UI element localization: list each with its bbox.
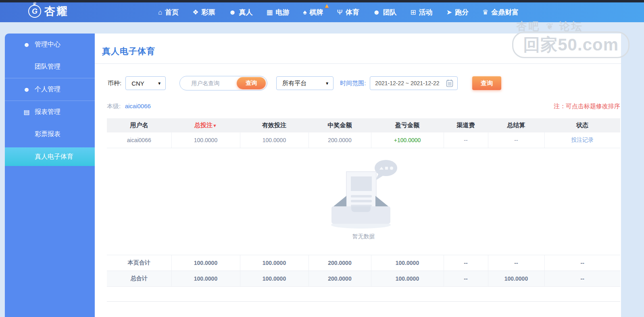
col-header-username[interactable]: 用户名 bbox=[107, 118, 171, 132]
username-search-pill: 查询 bbox=[179, 76, 267, 90]
grand-total-value: 100.0000 bbox=[240, 271, 308, 286]
sort-note: 注：可点击标题修改排序 bbox=[554, 103, 620, 110]
ornament-icon: ❦ bbox=[546, 21, 554, 32]
sidebar-item-management-center[interactable]: ☻ 管理中心 bbox=[5, 34, 95, 56]
sidebar-item-lottery-report[interactable]: 彩票报表 bbox=[5, 123, 95, 145]
col-header-profit[interactable]: 盈亏金额 bbox=[371, 118, 444, 132]
cell-channel-fee: -- bbox=[444, 132, 488, 148]
col-header-channel-fee[interactable]: 渠道费 bbox=[444, 118, 488, 132]
logo-letter: G bbox=[32, 7, 38, 16]
date-range-input[interactable] bbox=[375, 80, 446, 86]
logo[interactable]: ♛ G 杏耀 bbox=[28, 4, 69, 19]
nav-label: 团队 bbox=[383, 8, 397, 17]
level-label: 本级: bbox=[107, 103, 121, 109]
filter-bar: 币种: CNY ▼ 查询 所有平台 ▼ 时间范围: 查询 bbox=[108, 76, 621, 90]
cell-status: 投注记录 bbox=[544, 132, 620, 148]
nav-label: 首页 bbox=[165, 8, 179, 17]
person-icon: ☻ bbox=[229, 8, 236, 17]
col-header-win-amount[interactable]: 中奖金额 bbox=[308, 118, 371, 132]
empty-state-cell: 暂无数据 bbox=[107, 148, 620, 255]
page-total-value: 100.0000 bbox=[371, 255, 444, 271]
page-total-value: 200.0000 bbox=[308, 255, 371, 271]
col-header-label: 总投注 bbox=[194, 122, 213, 128]
team-icon: ☻ bbox=[373, 8, 380, 17]
logo-badge-icon: ♛ G bbox=[28, 5, 41, 18]
col-header-status[interactable]: 状态 bbox=[544, 118, 620, 132]
col-header-valid-bet[interactable]: 有效投注 bbox=[240, 118, 308, 132]
page-title: 真人电子体育 bbox=[102, 46, 621, 57]
team-icon: ☻ bbox=[23, 41, 31, 48]
nav-item-activity[interactable]: ⊞ 活动 bbox=[411, 8, 433, 17]
title-divider bbox=[95, 63, 621, 64]
sidebar-item-live-esports-active[interactable]: 真人电子体育 bbox=[5, 147, 95, 166]
gift-icon: ⊞ bbox=[411, 8, 416, 17]
cards-icon: ♠ bbox=[303, 8, 306, 17]
search-button[interactable]: 查询 bbox=[472, 76, 501, 90]
sidebar-item-label: 报表管理 bbox=[35, 108, 60, 116]
page-total-value: 100.0000 bbox=[171, 255, 240, 271]
cell-profit: +100.0000 bbox=[371, 132, 444, 148]
trophy-icon: Ψ bbox=[337, 8, 343, 17]
username-search-input[interactable] bbox=[180, 80, 237, 86]
nav-item-paofen[interactable]: ➤ 跑分 bbox=[446, 8, 469, 17]
sidebar-item-label: 真人电子体育 bbox=[35, 153, 73, 161]
nav-item-sports[interactable]: Ψ 体育 bbox=[337, 8, 359, 17]
crown-icon: ♛ bbox=[32, 2, 36, 6]
nav-label: 彩票 bbox=[202, 8, 215, 17]
report-table: 用户名 总投注▼ 有效投注 中奖金额 盈亏金额 渠道费 总结算 状态 aicai… bbox=[107, 118, 620, 287]
sidebar-item-personal-management[interactable]: ☻ 个人管理 bbox=[5, 78, 95, 101]
nav-label: 棋牌 bbox=[310, 8, 323, 17]
user-icon: ☻ bbox=[23, 86, 31, 93]
grand-total-value: -- bbox=[544, 271, 620, 286]
cell-win-amount: 200.0000 bbox=[308, 132, 371, 148]
content-panel: 真人电子体育 币种: CNY ▼ 查询 所有平台 ▼ 时间范围: bbox=[95, 34, 621, 317]
nav-item-cards[interactable]: ♠ 棋牌 ▲ bbox=[303, 8, 323, 17]
table-header-row: 用户名 总投注▼ 有效投注 中奖金额 盈亏金额 渠道费 总结算 状态 bbox=[107, 118, 620, 132]
grand-total-value: 100.0000 bbox=[371, 271, 444, 286]
grand-total-value: -- bbox=[444, 271, 488, 286]
bet-record-link[interactable]: 投注记录 bbox=[571, 136, 594, 143]
ticket-icon: ❖ bbox=[192, 8, 198, 17]
col-header-total-bet-sorted[interactable]: 总投注▼ bbox=[171, 118, 240, 132]
nav-item-jinding-wealth[interactable]: ♛ 金鼎财富 bbox=[482, 8, 519, 17]
sidebar-item-report-management[interactable]: ▤ 报表管理 bbox=[5, 101, 95, 123]
platform-select[interactable]: 所有平台 ▼ bbox=[276, 76, 333, 90]
currency-label: 币种: bbox=[108, 80, 121, 87]
grand-total-label: 总合计 bbox=[107, 271, 171, 286]
grand-total-value: 200.0000 bbox=[308, 271, 371, 286]
report-icon: ▤ bbox=[23, 108, 31, 116]
current-level: 本级: aicai0066 bbox=[107, 103, 151, 110]
chevron-down-icon: ▼ bbox=[325, 81, 329, 86]
sidebar: ☻ 管理中心 团队管理 ☻ 个人管理 ▤ 报表管理 彩票报表 真人电子体育 bbox=[5, 34, 95, 317]
sidebar-item-team-management[interactable]: 团队管理 bbox=[5, 56, 95, 78]
currency-select[interactable]: CNY ▼ bbox=[125, 76, 166, 90]
table-row: aicai0066 100.0000 100.0000 200.0000 +10… bbox=[107, 132, 620, 148]
slot-machine-icon: ▦ bbox=[266, 8, 273, 17]
sidebar-item-label: 个人管理 bbox=[35, 85, 60, 94]
nav-label: 金鼎财富 bbox=[491, 8, 519, 17]
chevron-down-icon: ▼ bbox=[157, 81, 161, 86]
grand-total-value: 100.0000 bbox=[488, 271, 544, 286]
nav-item-live[interactable]: ☻ 真人 bbox=[229, 8, 253, 17]
grand-total-row: 总合计 100.0000 100.0000 200.0000 100.0000 … bbox=[107, 271, 620, 286]
top-navigation: ♛ G 杏耀 ⌂ 首页 ❖ 彩票 ☻ 真人 ▦ 电游 ♠ 棋牌 ▲ Ψ 体育 bbox=[0, 2, 644, 22]
empty-state-row: 暂无数据 bbox=[107, 148, 620, 255]
cell-username: aicai0066 bbox=[107, 132, 171, 148]
col-header-settlement[interactable]: 总结算 bbox=[488, 118, 544, 132]
nav-item-lottery[interactable]: ❖ 彩票 bbox=[192, 8, 215, 17]
level-username-link[interactable]: aicai0066 bbox=[125, 103, 151, 109]
calendar-icon[interactable] bbox=[446, 79, 453, 87]
empty-state: 暂无数据 bbox=[107, 148, 620, 240]
inline-search-button[interactable]: 查询 bbox=[237, 77, 266, 89]
nav-menu: ⌂ 首页 ❖ 彩票 ☻ 真人 ▦ 电游 ♠ 棋牌 ▲ Ψ 体育 ☻ 团队 ⊞ bbox=[158, 8, 519, 17]
date-range-box bbox=[370, 76, 458, 90]
nav-item-egames[interactable]: ▦ 电游 bbox=[266, 8, 289, 17]
crown-icon: ♛ bbox=[482, 8, 488, 17]
page-total-value: -- bbox=[544, 255, 620, 271]
sidebar-item-label: 团队管理 bbox=[35, 63, 60, 71]
page-total-label: 本页合计 bbox=[107, 255, 171, 271]
nav-item-home[interactable]: ⌂ 首页 bbox=[158, 8, 179, 17]
bottom-divider bbox=[107, 301, 620, 302]
nav-item-team[interactable]: ☻ 团队 bbox=[373, 8, 397, 17]
page-total-value: -- bbox=[444, 255, 488, 271]
